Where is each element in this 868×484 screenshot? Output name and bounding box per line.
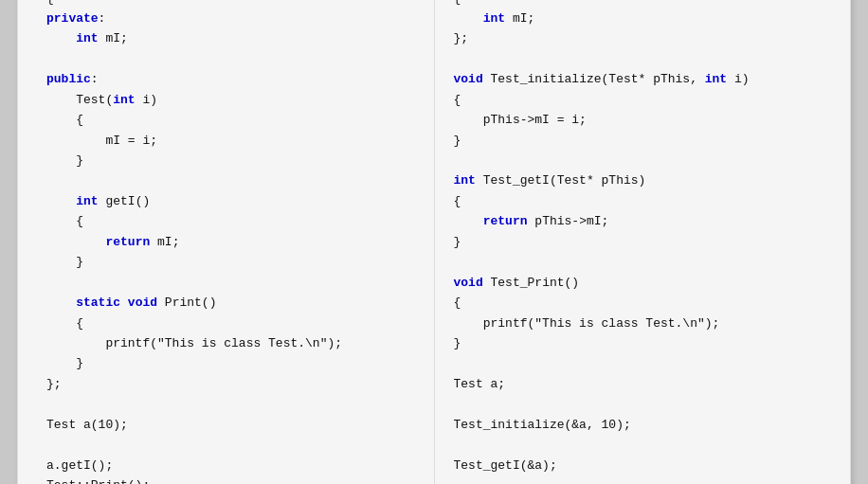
line-getI-r-body: return pThis->mI; <box>454 214 609 228</box>
line-ob2: { <box>46 214 83 228</box>
line-public: public: <box>46 72 99 86</box>
line-cb2: } <box>46 255 83 269</box>
main-container: class Test { private: int mI; public: Te… <box>17 0 851 484</box>
line-init-sig: void Test_initialize(Test* pThis, int i) <box>454 72 750 86</box>
line-struct-ob: { <box>454 0 461 6</box>
line-cb1: } <box>46 153 83 168</box>
line-getI-sig: int getI() <box>46 194 150 208</box>
line-r-test-a: Test a; <box>454 377 506 391</box>
line-cb3: } <box>46 356 83 370</box>
line-return-mI: return mI; <box>46 235 179 249</box>
line-getI-r-sig: int Test_getI(Test* pThis) <box>454 173 646 188</box>
line-mI: int mI; <box>46 31 128 45</box>
line-r-init: Test_initialize(&a, 10); <box>454 418 631 432</box>
line-print-r-ob: { <box>454 296 461 310</box>
line-test-a: Test a(10); <box>46 418 128 432</box>
line-brace: { <box>46 0 54 6</box>
line-init-ob: { <box>454 93 461 107</box>
line-assign: mI = i; <box>46 134 157 148</box>
line-test-print: Test::Print(); <box>46 478 150 484</box>
line-r-getI: Test_getI(&a); <box>454 458 557 473</box>
line-struct-end: }; <box>454 31 469 45</box>
left-panel: class Test { private: int mI; public: Te… <box>37 0 435 484</box>
line-constructor: Test(int i) <box>46 93 157 107</box>
line-ob1: { <box>46 113 83 127</box>
line-printf: printf("This is class Test.\n"); <box>46 336 342 350</box>
left-code: class Test { private: int mI; public: Te… <box>46 0 415 484</box>
line-init-cb: } <box>454 134 461 148</box>
right-code: struct Test { int mI; }; void Test_initi… <box>454 0 823 484</box>
line-a-getI: a.getI(); <box>46 458 113 473</box>
line-print-r-cb: } <box>454 336 461 350</box>
line-getI-r-ob: { <box>454 194 461 208</box>
line-print-sig: static void Print() <box>46 296 216 310</box>
line-print-r-body: printf("This is class Test.\n"); <box>454 316 720 331</box>
line-struct-mI: int mI; <box>454 11 535 26</box>
right-panel: struct Test { int mI; }; void Test_initi… <box>435 0 832 484</box>
line-print-r-sig: void Test_Print() <box>454 276 580 290</box>
line-private: private: <box>46 11 105 26</box>
line-end-class: }; <box>46 377 62 391</box>
line-getI-r-cb: } <box>454 235 461 249</box>
line-ob3: { <box>46 316 83 331</box>
line-init-body: pThis->mI = i; <box>454 113 587 127</box>
